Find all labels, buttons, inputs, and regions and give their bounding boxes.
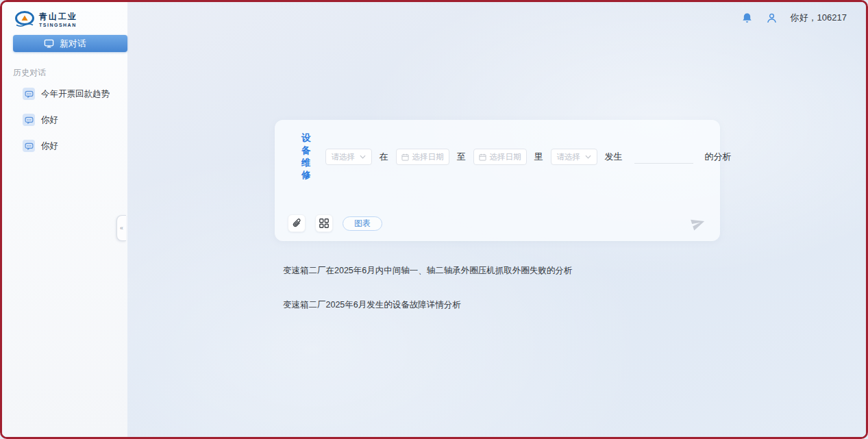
chat-bubble-icon xyxy=(23,88,35,100)
chart-toggle-button[interactable]: 图表 xyxy=(343,216,382,231)
user-greeting: 你好，106217 xyxy=(791,12,847,24)
brand-name-en: TSINGSHAN xyxy=(39,23,77,27)
chat-bubble-icon xyxy=(23,140,35,152)
apps-grid-button[interactable] xyxy=(315,214,333,232)
app-root: { "brand": { "name": "青山工业", "name_en": … xyxy=(0,0,868,439)
new-chat-button[interactable]: 新对话 xyxy=(13,35,127,52)
suggestion-item[interactable]: 变速箱二厂在2025年6月内中间轴一、轴二轴承外圈压机抓取外圈失败的分析 xyxy=(283,265,572,277)
topbar: 你好，106217 xyxy=(741,12,847,24)
main-area: 你好，106217 设备维修 请选择 在 选择日期 至 选择日期 xyxy=(127,2,866,437)
composer-toolbar: 图表 xyxy=(288,214,707,232)
new-chat-label: 新对话 xyxy=(60,38,86,50)
brand-logo: 青山工业 TSINGSHAN xyxy=(14,10,77,28)
history-item-label: 今年开票回款趋势 xyxy=(41,88,110,100)
composer-input-area[interactable] xyxy=(288,158,706,210)
history-item-label: 你好 xyxy=(41,140,58,152)
history-list: 今年开票回款趋势 你好 你好 xyxy=(2,83,127,161)
chat-screen-icon xyxy=(44,38,54,49)
composer-card: 设备维修 请选择 在 选择日期 至 选择日期 里 请选 xyxy=(275,120,720,241)
tsingshan-logo-icon xyxy=(14,10,35,28)
send-plane-icon xyxy=(689,214,708,233)
history-item-label: 你好 xyxy=(41,114,58,126)
notification-bell-icon[interactable] xyxy=(741,12,754,24)
sidebar: 青山工业 TSINGSHAN 新对话 历史对话 今年开票回款趋势 xyxy=(2,2,127,437)
history-item[interactable]: 今年开票回款趋势 xyxy=(2,83,127,105)
paperclip-icon xyxy=(291,218,303,229)
history-item[interactable]: 你好 xyxy=(2,109,127,131)
send-button[interactable] xyxy=(689,214,707,232)
attach-file-button[interactable] xyxy=(288,214,306,232)
sidebar-collapse-button[interactable]: « xyxy=(116,215,126,241)
brand-name: 青山工业 xyxy=(39,11,77,23)
word-analysis-suffix: 的分析 xyxy=(705,151,732,163)
user-avatar-icon[interactable] xyxy=(766,12,778,24)
suggestion-item[interactable]: 变速箱二厂2025年6月发生的设备故障详情分析 xyxy=(283,299,572,311)
collapse-chevrons-icon: « xyxy=(120,225,123,231)
suggestion-list: 变速箱二厂在2025年6月内中间轴一、轴二轴承外圈压机抓取外圈失败的分析 变速箱… xyxy=(283,265,572,334)
history-section-title: 历史对话 xyxy=(13,67,46,79)
history-item[interactable]: 你好 xyxy=(2,135,127,157)
grid-icon xyxy=(319,218,330,229)
chat-bubble-icon xyxy=(23,114,35,126)
